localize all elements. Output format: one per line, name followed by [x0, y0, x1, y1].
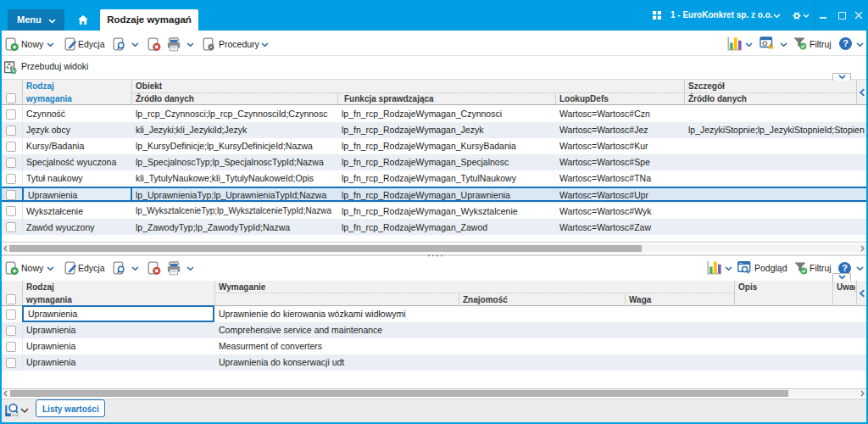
- svg-text:?: ?: [842, 263, 848, 273]
- svg-text:?: ?: [843, 38, 849, 48]
